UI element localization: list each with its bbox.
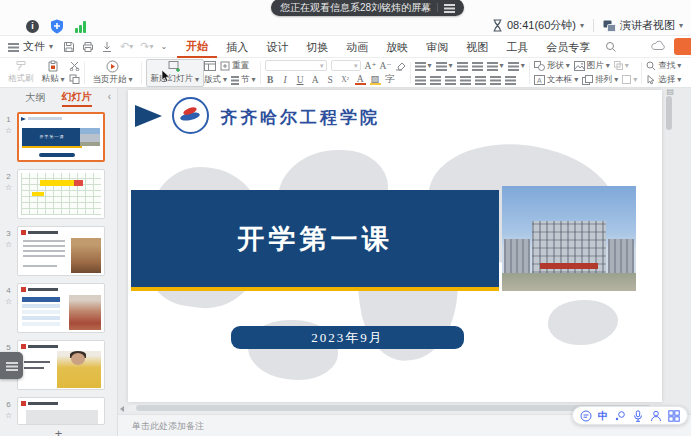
date-box[interactable]: 2023年9月 — [231, 326, 464, 349]
tab-tools[interactable]: 工具 — [497, 37, 537, 57]
banner-menu-icon[interactable] — [444, 3, 455, 12]
find-button[interactable]: 查找▾ — [646, 60, 681, 72]
network-signal-icon[interactable] — [75, 21, 86, 33]
add-slide-button[interactable]: + — [0, 427, 117, 436]
save-icon[interactable] — [63, 41, 75, 53]
underline-button[interactable]: U — [295, 75, 306, 85]
reset-button[interactable]: 重置 — [220, 60, 249, 72]
line-spacing-button[interactable]: ▾ — [487, 61, 504, 70]
hscroll-left-arrow-icon[interactable] — [120, 406, 124, 412]
align-right-icon[interactable] — [445, 75, 456, 84]
increase-indent-icon[interactable] — [472, 61, 483, 70]
topbar-divider — [593, 19, 594, 32]
decrease-font-icon[interactable]: A⁻ — [380, 60, 391, 71]
select-button[interactable]: 选择▾ — [646, 74, 681, 86]
new-slide-button[interactable]: 新建幻灯片▾ — [146, 59, 205, 87]
screen-share-banner[interactable]: 您正在观看信息系28刘铭炜的屏幕 — [271, 0, 464, 16]
distribute-icon[interactable] — [475, 75, 486, 84]
redo-button[interactable]: ↷▾ — [140, 40, 153, 53]
animation-star-icon: ☆ — [0, 125, 17, 136]
microphone-icon[interactable] — [632, 410, 644, 422]
cut-icon[interactable] — [69, 61, 80, 71]
quickbar-more-icon[interactable]: ⌄ — [160, 42, 167, 51]
upgrade-icon[interactable] — [674, 38, 691, 55]
play-from-current-button[interactable]: 当页开始▾ — [89, 59, 137, 87]
bold-button[interactable]: B — [265, 75, 276, 85]
tab-transition[interactable]: 切换 — [297, 37, 337, 57]
slide-thumbnail-2[interactable] — [17, 169, 105, 219]
slide-thumbnail-4[interactable] — [17, 283, 105, 333]
copy-icon[interactable] — [69, 74, 80, 84]
number-list-button[interactable]: ▾ — [436, 61, 453, 70]
tab-view[interactable]: 视图 — [457, 37, 497, 57]
italic-button[interactable]: I — [280, 75, 291, 85]
text-direction-button[interactable]: ▾ — [508, 61, 525, 70]
slide-canvas[interactable]: 齐齐哈尔工程学院 开学第一课 2023年9月 — [128, 90, 662, 402]
vertical-align-icon[interactable] — [505, 75, 516, 84]
bullet-list-button[interactable]: ▾ — [415, 61, 432, 70]
object-button[interactable]: ▾ — [622, 75, 637, 84]
file-menu-button[interactable]: 文件 ▾ — [8, 39, 53, 54]
meeting-timer[interactable]: 08:41(60分钟) ▾ — [492, 18, 584, 33]
font-color-button[interactable]: A — [355, 75, 366, 85]
tab-insert[interactable]: 插入 — [217, 37, 257, 57]
slide-thumbnail-1[interactable]: 开学第一课 — [17, 112, 105, 162]
cloud-sync-icon[interactable] — [651, 40, 666, 53]
campus-photo[interactable] — [502, 186, 636, 291]
paste-button[interactable]: 粘贴▾ — [38, 59, 69, 87]
outline-tab[interactable]: 大纲 — [26, 91, 46, 105]
vertical-scrollbar[interactable] — [666, 96, 672, 130]
gallery-view-icon[interactable] — [668, 410, 680, 422]
char-border-button[interactable]: A — [310, 75, 321, 85]
tab-review[interactable]: 审阅 — [417, 37, 457, 57]
slides-tab[interactable]: 幻灯片 — [62, 89, 92, 107]
text-effect-button[interactable]: 字 — [385, 73, 396, 86]
font-name-select[interactable]: ▾ — [265, 60, 327, 71]
laser-pointer-icon[interactable] — [614, 410, 626, 422]
translate-icon[interactable]: 中 — [598, 411, 608, 421]
layout-icon[interactable] — [204, 61, 216, 71]
tab-home[interactable]: 开始 — [177, 36, 217, 58]
search-icon[interactable] — [605, 41, 617, 53]
output-icon[interactable] — [101, 41, 113, 53]
clear-format-icon[interactable] — [395, 61, 406, 71]
tab-slideshow[interactable]: 放映 — [377, 37, 417, 57]
shield-protect-icon[interactable] — [50, 19, 64, 34]
title-banner[interactable]: 开学第一课 — [131, 190, 499, 287]
superscript-button[interactable]: X² — [340, 75, 351, 84]
increase-font-icon[interactable]: A⁺ — [365, 60, 376, 71]
font-size-select[interactable]: ▾ — [331, 60, 361, 71]
format-painter-button[interactable]: 格式刷 — [4, 59, 38, 87]
arrange-icon — [582, 75, 593, 85]
merge-shapes-button[interactable]: ▾ — [614, 61, 629, 70]
section-button[interactable]: 节▾ — [231, 74, 256, 86]
textbox-button[interactable]: A 文本框▾ — [534, 74, 579, 86]
collapse-panel-icon[interactable]: ‹ — [108, 91, 111, 102]
decrease-indent-icon[interactable] — [457, 61, 468, 70]
tab-design[interactable]: 设计 — [257, 37, 297, 57]
tab-animation[interactable]: 动画 — [337, 37, 377, 57]
slide-thumbnail-5[interactable] — [17, 340, 105, 390]
speaking-indicator-icon[interactable] — [580, 410, 592, 422]
layout-button[interactable]: 版式▾ — [204, 74, 227, 86]
tab-member[interactable]: 会员专享 — [537, 37, 599, 57]
mini-text-line — [23, 265, 57, 267]
ruler-toggle-icon[interactable]: ▤ — [666, 87, 674, 96]
align-center-icon[interactable] — [430, 75, 441, 84]
highlight-button[interactable]: ▨ — [370, 75, 381, 85]
shapes-button[interactable]: 形状▾ — [534, 60, 570, 72]
picture-button[interactable]: 图片▾ — [574, 60, 610, 72]
shadow-button[interactable]: S — [325, 75, 336, 85]
slide-thumbnail-6[interactable] — [17, 397, 105, 425]
align-left-icon[interactable] — [415, 75, 426, 84]
undo-button[interactable]: ↶▾ — [120, 40, 133, 53]
slide-thumbnail-3[interactable] — [17, 226, 105, 276]
info-icon[interactable]: i — [26, 20, 39, 33]
align-justify-icon[interactable] — [460, 75, 471, 84]
meeting-panel-toggle-button[interactable] — [0, 352, 23, 379]
print-icon[interactable] — [82, 41, 94, 53]
arrange-button[interactable]: 排列▾ — [582, 74, 618, 86]
participant-icon[interactable] — [650, 410, 662, 422]
columns-icon[interactable] — [490, 75, 501, 84]
presenter-view-button[interactable]: 演讲者视图 ▾ — [603, 18, 683, 33]
